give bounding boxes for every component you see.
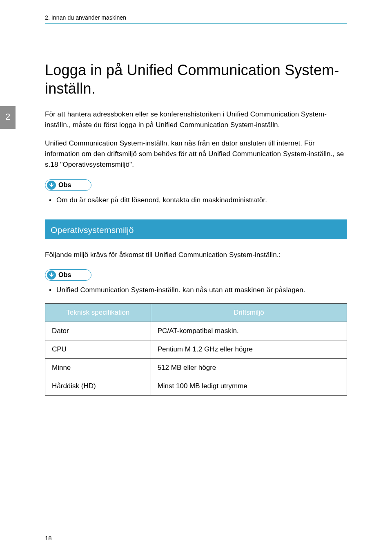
table-row: Dator PC/AT-kompatibel maskin. xyxy=(45,322,347,340)
table-cell-env: Minst 100 MB ledigt utrymme xyxy=(151,377,347,395)
page-number: 18 xyxy=(45,535,52,541)
table-cell-spec: Hårddisk (HD) xyxy=(45,377,151,395)
section-heading: Operativsystemsmiljö xyxy=(45,221,347,239)
intro-paragraph-2: Unified Communication System-inställn. k… xyxy=(45,138,347,170)
note-label: Obs xyxy=(58,271,71,279)
table-cell-env: PC/AT-kompatibel maskin. xyxy=(151,322,347,340)
table-cell-env: Pentium M 1.2 GHz eller högre xyxy=(151,340,347,358)
note-pill-2: Obs xyxy=(45,269,91,281)
table-row: Hårddisk (HD) Minst 100 MB ledigt utrymm… xyxy=(45,377,347,395)
intro-paragraph-1: För att hantera adressboken eller se kon… xyxy=(45,109,347,131)
note-pill: Obs xyxy=(45,179,91,191)
table-header-env: Driftsmiljö xyxy=(151,303,347,322)
table-header-spec: Teknisk specifikation xyxy=(45,303,151,322)
down-arrow-icon xyxy=(47,181,56,190)
table-header-row: Teknisk specifikation Driftsmiljö xyxy=(45,303,347,322)
table-cell-env: 512 MB eller högre xyxy=(151,358,347,377)
down-arrow-icon xyxy=(47,271,56,280)
table-cell-spec: CPU xyxy=(45,340,151,358)
section-intro: Följande miljö krävs för åtkomst till Un… xyxy=(45,250,347,260)
spec-table: Teknisk specifikation Driftsmiljö Dator … xyxy=(45,303,347,396)
section-heading-wrap: Operativsystemsmiljö xyxy=(45,219,347,239)
page-title: Logga in på Unified Communication System… xyxy=(45,61,347,98)
note-label: Obs xyxy=(58,181,71,189)
table-cell-spec: Minne xyxy=(45,358,151,377)
note-list-1: Om du är osäker på ditt lösenord, kontak… xyxy=(45,195,347,206)
note-list-2: Unified Communication System-inställn. k… xyxy=(45,285,347,295)
table-row: CPU Pentium M 1.2 GHz eller högre xyxy=(45,340,347,358)
header-rule xyxy=(45,23,347,24)
page-content: 2. Innan du använder maskinen Logga in p… xyxy=(0,0,392,396)
table-cell-spec: Dator xyxy=(45,322,151,340)
running-header: 2. Innan du använder maskinen xyxy=(45,14,347,21)
table-row: Minne 512 MB eller högre xyxy=(45,358,347,377)
note-item: Om du är osäker på ditt lösenord, kontak… xyxy=(56,195,347,206)
note-item: Unified Communication System-inställn. k… xyxy=(56,285,347,295)
